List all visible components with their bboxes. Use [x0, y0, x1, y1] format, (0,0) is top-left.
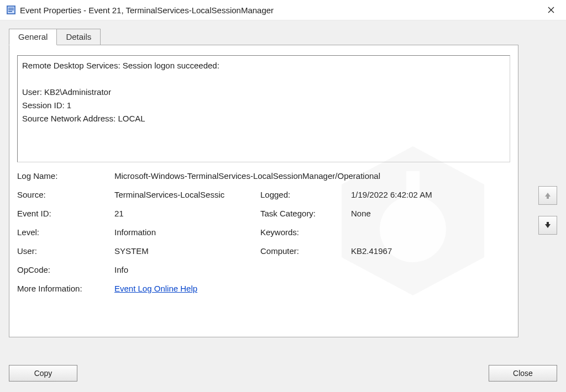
titlebar: Event Properties - Event 21, TerminalSer…: [0, 0, 566, 20]
value-level: Information: [114, 227, 260, 237]
tab-page-general: Remote Desktop Services: Session logon s…: [9, 45, 518, 337]
value-computer: KB2.41967: [351, 246, 510, 256]
label-more-info: More Information:: [17, 284, 114, 293]
event-viewer-icon: [7, 6, 15, 14]
tabs: General Details: [9, 28, 557, 45]
next-event-button[interactable]: [538, 216, 557, 235]
label-log-name: Log Name:: [17, 171, 114, 181]
label-event-id: Event ID:: [17, 209, 114, 218]
event-log-online-help-link[interactable]: Event Log Online Help: [114, 284, 197, 293]
previous-event-button[interactable]: [538, 186, 557, 205]
svg-rect-3: [8, 9, 14, 10]
label-opcode: OpCode:: [17, 265, 114, 274]
label-keywords: Keywords:: [260, 227, 351, 237]
label-computer: Computer:: [260, 246, 351, 256]
value-user: SYSTEM: [114, 246, 260, 256]
event-fields: Log Name: Microsoft-Windows-TerminalServ…: [17, 171, 510, 303]
label-logged: Logged:: [260, 190, 351, 199]
tab-general[interactable]: General: [9, 29, 57, 45]
value-log-name: Microsoft-Windows-TerminalServices-Local…: [114, 171, 510, 181]
window-title: Event Properties - Event 21, TerminalSer…: [20, 6, 274, 15]
label-user: User:: [17, 246, 114, 256]
tab-details[interactable]: Details: [56, 29, 101, 45]
label-level: Level:: [17, 227, 114, 237]
event-properties-dialog: Event Properties - Event 21, TerminalSer…: [0, 0, 566, 392]
label-task-category: Task Category:: [260, 209, 351, 218]
event-description[interactable]: Remote Desktop Services: Session logon s…: [17, 55, 510, 162]
value-event-id: 21: [114, 209, 260, 218]
value-source: TerminalServices-LocalSessic: [114, 190, 260, 199]
copy-button[interactable]: Copy: [9, 365, 77, 382]
value-opcode: Info: [114, 265, 260, 274]
close-button[interactable]: Close: [489, 365, 557, 382]
label-source: Source:: [17, 190, 114, 199]
svg-rect-2: [8, 8, 14, 9]
svg-rect-4: [8, 11, 12, 12]
value-logged: 1/19/2022 6:42:02 AM: [351, 190, 510, 199]
value-task-category: None: [351, 209, 510, 218]
window-close-button[interactable]: [538, 1, 564, 19]
